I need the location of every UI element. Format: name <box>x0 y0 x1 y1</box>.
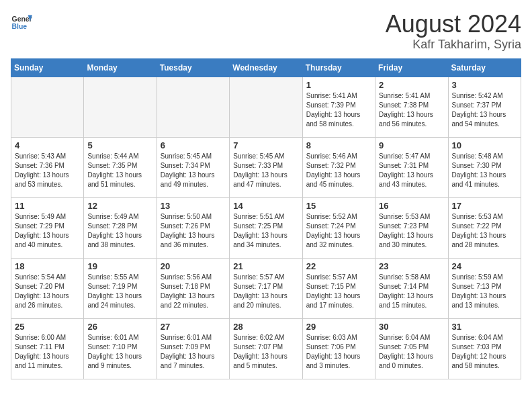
day-number: 15 <box>306 201 371 211</box>
cell-2-3: 6 Sunrise: 5:45 AMSunset: 7:34 PMDayligh… <box>157 137 229 197</box>
header-sunday: Sunday <box>11 58 84 77</box>
header-thursday: Thursday <box>302 58 375 77</box>
logo-icon: General Blue <box>11 11 32 32</box>
cell-5-3: 27 Sunrise: 6:01 AMSunset: 7:09 PMDaylig… <box>157 318 229 379</box>
page-header: General Blue August 2024 Kafr Takharim, … <box>11 11 521 52</box>
cell-3-1: 11 Sunrise: 5:49 AMSunset: 7:29 PMDaylig… <box>11 197 84 258</box>
day-number: 29 <box>306 322 371 332</box>
day-number: 6 <box>161 140 226 150</box>
day-info: Sunrise: 5:52 AMSunset: 7:24 PMDaylight:… <box>306 213 361 248</box>
header-wednesday: Wednesday <box>230 58 302 77</box>
day-number: 23 <box>379 261 444 271</box>
cell-2-4: 7 Sunrise: 5:45 AMSunset: 7:33 PMDayligh… <box>230 137 302 197</box>
header-row: Sunday Monday Tuesday Wednesday Thursday… <box>11 58 521 77</box>
calendar-table: Sunday Monday Tuesday Wednesday Thursday… <box>11 58 521 379</box>
week-row-3: 11 Sunrise: 5:49 AMSunset: 7:29 PMDaylig… <box>11 197 521 258</box>
day-number: 28 <box>233 322 298 332</box>
day-number: 20 <box>161 261 226 271</box>
day-number: 12 <box>87 201 152 211</box>
day-number: 21 <box>233 261 298 271</box>
day-info: Sunrise: 5:44 AMSunset: 7:35 PMDaylight:… <box>87 152 142 188</box>
cell-3-5: 15 Sunrise: 5:52 AMSunset: 7:24 PMDaylig… <box>302 197 375 258</box>
day-info: Sunrise: 5:54 AMSunset: 7:20 PMDaylight:… <box>15 273 69 309</box>
day-info: Sunrise: 5:49 AMSunset: 7:28 PMDaylight:… <box>87 213 142 248</box>
title-month: August 2024 <box>386 11 521 38</box>
day-info: Sunrise: 5:51 AMSunset: 7:25 PMDaylight:… <box>233 213 287 248</box>
cell-2-7: 10 Sunrise: 5:48 AMSunset: 7:30 PMDaylig… <box>448 137 521 197</box>
day-number: 27 <box>161 322 226 332</box>
cell-1-1 <box>11 77 84 137</box>
cell-5-5: 29 Sunrise: 6:03 AMSunset: 7:06 PMDaylig… <box>302 318 375 379</box>
day-info: Sunrise: 5:59 AMSunset: 7:13 PMDaylight:… <box>452 273 506 309</box>
week-row-5: 25 Sunrise: 6:00 AMSunset: 7:11 PMDaylig… <box>11 318 521 379</box>
day-number: 25 <box>15 322 80 332</box>
day-number: 18 <box>15 261 80 271</box>
svg-text:Blue: Blue <box>12 23 28 30</box>
day-number: 30 <box>379 322 444 332</box>
header-saturday: Saturday <box>448 58 521 77</box>
cell-4-5: 22 Sunrise: 5:57 AMSunset: 7:15 PMDaylig… <box>302 258 375 318</box>
cell-2-1: 4 Sunrise: 5:43 AMSunset: 7:36 PMDayligh… <box>11 137 84 197</box>
week-row-2: 4 Sunrise: 5:43 AMSunset: 7:36 PMDayligh… <box>11 137 521 197</box>
cell-2-2: 5 Sunrise: 5:44 AMSunset: 7:35 PMDayligh… <box>84 137 157 197</box>
logo: General Blue <box>11 11 32 32</box>
day-number: 2 <box>379 80 444 90</box>
cell-2-6: 9 Sunrise: 5:47 AMSunset: 7:31 PMDayligh… <box>375 137 448 197</box>
cell-2-5: 8 Sunrise: 5:46 AMSunset: 7:32 PMDayligh… <box>302 137 375 197</box>
day-info: Sunrise: 5:43 AMSunset: 7:36 PMDaylight:… <box>15 152 69 188</box>
day-info: Sunrise: 5:49 AMSunset: 7:29 PMDaylight:… <box>15 213 69 248</box>
day-info: Sunrise: 6:04 AMSunset: 7:03 PMDaylight:… <box>452 334 506 369</box>
cell-4-1: 18 Sunrise: 5:54 AMSunset: 7:20 PMDaylig… <box>11 258 84 318</box>
cell-3-7: 17 Sunrise: 5:53 AMSunset: 7:22 PMDaylig… <box>448 197 521 258</box>
day-number: 10 <box>452 140 517 150</box>
day-info: Sunrise: 5:47 AMSunset: 7:31 PMDaylight:… <box>379 152 433 188</box>
cell-3-4: 14 Sunrise: 5:51 AMSunset: 7:25 PMDaylig… <box>230 197 302 258</box>
day-number: 24 <box>452 261 517 271</box>
day-info: Sunrise: 5:46 AMSunset: 7:32 PMDaylight:… <box>306 152 361 188</box>
day-info: Sunrise: 6:03 AMSunset: 7:06 PMDaylight:… <box>306 334 361 369</box>
cell-1-3 <box>157 77 229 137</box>
day-info: Sunrise: 5:53 AMSunset: 7:23 PMDaylight:… <box>379 213 433 248</box>
header-tuesday: Tuesday <box>157 58 229 77</box>
day-info: Sunrise: 6:02 AMSunset: 7:07 PMDaylight:… <box>233 334 287 369</box>
cell-4-3: 20 Sunrise: 5:56 AMSunset: 7:18 PMDaylig… <box>157 258 229 318</box>
cell-5-6: 30 Sunrise: 6:04 AMSunset: 7:05 PMDaylig… <box>375 318 448 379</box>
day-number: 14 <box>233 201 298 211</box>
day-number: 31 <box>452 322 517 332</box>
day-info: Sunrise: 6:00 AMSunset: 7:11 PMDaylight:… <box>15 334 69 369</box>
cell-3-3: 13 Sunrise: 5:50 AMSunset: 7:26 PMDaylig… <box>157 197 229 258</box>
day-number: 26 <box>87 322 152 332</box>
cell-3-2: 12 Sunrise: 5:49 AMSunset: 7:28 PMDaylig… <box>84 197 157 258</box>
day-info: Sunrise: 5:55 AMSunset: 7:19 PMDaylight:… <box>87 273 142 309</box>
day-info: Sunrise: 5:45 AMSunset: 7:34 PMDaylight:… <box>161 152 215 188</box>
cell-1-5: 1 Sunrise: 5:41 AMSunset: 7:39 PMDayligh… <box>302 77 375 137</box>
cell-4-6: 23 Sunrise: 5:58 AMSunset: 7:14 PMDaylig… <box>375 258 448 318</box>
day-number: 11 <box>15 201 80 211</box>
day-number: 1 <box>306 80 371 90</box>
day-info: Sunrise: 5:41 AMSunset: 7:39 PMDaylight:… <box>306 92 361 128</box>
day-info: Sunrise: 6:04 AMSunset: 7:05 PMDaylight:… <box>379 334 433 369</box>
day-info: Sunrise: 5:57 AMSunset: 7:17 PMDaylight:… <box>233 273 287 309</box>
cell-4-7: 24 Sunrise: 5:59 AMSunset: 7:13 PMDaylig… <box>448 258 521 318</box>
cell-1-7: 3 Sunrise: 5:42 AMSunset: 7:37 PMDayligh… <box>448 77 521 137</box>
cell-4-2: 19 Sunrise: 5:55 AMSunset: 7:19 PMDaylig… <box>84 258 157 318</box>
day-info: Sunrise: 5:48 AMSunset: 7:30 PMDaylight:… <box>452 152 506 188</box>
cell-5-7: 31 Sunrise: 6:04 AMSunset: 7:03 PMDaylig… <box>448 318 521 379</box>
day-info: Sunrise: 5:41 AMSunset: 7:38 PMDaylight:… <box>379 92 433 128</box>
day-number: 5 <box>87 140 152 150</box>
week-row-4: 18 Sunrise: 5:54 AMSunset: 7:20 PMDaylig… <box>11 258 521 318</box>
cell-1-6: 2 Sunrise: 5:41 AMSunset: 7:38 PMDayligh… <box>375 77 448 137</box>
day-number: 17 <box>452 201 517 211</box>
day-info: Sunrise: 6:01 AMSunset: 7:10 PMDaylight:… <box>87 334 142 369</box>
day-number: 22 <box>306 261 371 271</box>
title-location: Kafr Takharim, Syria <box>386 38 521 52</box>
title-block: August 2024 Kafr Takharim, Syria <box>386 11 521 52</box>
day-info: Sunrise: 5:56 AMSunset: 7:18 PMDaylight:… <box>161 273 215 309</box>
cell-5-1: 25 Sunrise: 6:00 AMSunset: 7:11 PMDaylig… <box>11 318 84 379</box>
day-info: Sunrise: 5:53 AMSunset: 7:22 PMDaylight:… <box>452 213 506 248</box>
header-monday: Monday <box>84 58 157 77</box>
day-info: Sunrise: 5:57 AMSunset: 7:15 PMDaylight:… <box>306 273 361 309</box>
cell-5-2: 26 Sunrise: 6:01 AMSunset: 7:10 PMDaylig… <box>84 318 157 379</box>
day-number: 3 <box>452 80 517 90</box>
cell-1-4 <box>230 77 302 137</box>
